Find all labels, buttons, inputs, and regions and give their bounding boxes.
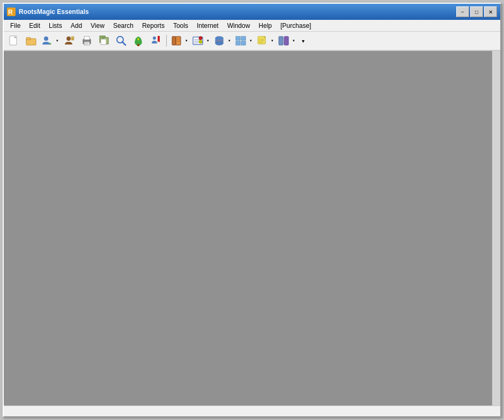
book-icon (171, 35, 182, 47)
notes-button[interactable] (255, 33, 269, 48)
menu-file[interactable]: File (6, 20, 25, 31)
minimize-button[interactable]: − (456, 6, 469, 17)
close-button[interactable]: ✕ (484, 6, 497, 17)
view-arrow[interactable]: ▾ (248, 33, 254, 48)
svg-rect-44 (241, 41, 246, 45)
scrollbar-right[interactable] (492, 51, 500, 406)
open-folder-icon (25, 35, 37, 47)
database-button[interactable] (212, 33, 226, 48)
svg-rect-26 (172, 36, 176, 45)
notes-button-group: ▾ (255, 33, 276, 48)
database-arrow[interactable]: ▾ (226, 33, 233, 48)
add-person-button-group: + ▾ (40, 33, 61, 48)
print-icon (81, 35, 93, 47)
svg-point-36 (199, 36, 202, 40)
svg-marker-25 (158, 36, 160, 42)
svg-text:+: + (49, 41, 51, 47)
scrapbook-icon (98, 35, 110, 47)
toolbar-customize-button[interactable]: ▾ (298, 33, 308, 48)
database-icon (213, 35, 225, 47)
svg-line-21 (122, 42, 125, 45)
svg-point-24 (153, 36, 156, 40)
svg-rect-41 (236, 36, 240, 40)
svg-point-40 (216, 40, 223, 42)
content-area (4, 51, 500, 406)
panels-icon (278, 35, 290, 47)
edit-person-button[interactable] (62, 33, 78, 48)
svg-rect-22 (137, 44, 139, 46)
menu-view[interactable]: View (86, 20, 109, 31)
print-button[interactable] (79, 33, 95, 48)
panels-arrow[interactable]: ▾ (291, 33, 297, 48)
svg-point-8 (66, 36, 71, 41)
bookmark-icon (150, 35, 161, 47)
svg-point-6 (44, 36, 48, 41)
separator-1 (166, 35, 167, 47)
notes-icon (256, 35, 268, 47)
new-file-icon (8, 35, 20, 47)
main-window: R RootsMagic Essentials − □ ✕ File Edit … (3, 3, 501, 417)
panels-button[interactable] (277, 33, 291, 48)
maximize-button[interactable]: □ (470, 6, 483, 17)
edit-person-icon (64, 35, 76, 47)
notes-arrow[interactable]: ▾ (269, 33, 276, 48)
add-person-icon: + (41, 35, 53, 47)
scrapbook-button[interactable] (96, 33, 112, 48)
book-button[interactable] (169, 33, 183, 48)
menu-purchase[interactable]: [Purchase] (276, 20, 315, 31)
menu-edit[interactable]: Edit (25, 20, 45, 31)
search-icon (115, 35, 127, 47)
menu-add[interactable]: Add (66, 20, 86, 31)
tree-icon (132, 35, 144, 47)
svg-rect-50 (279, 36, 283, 45)
add-person-button[interactable]: + (40, 33, 54, 48)
menu-lists[interactable]: Lists (45, 20, 66, 31)
svg-rect-5 (26, 38, 31, 40)
open-button[interactable] (23, 33, 39, 48)
app-icon: R (7, 8, 16, 16)
add-person-arrow[interactable]: ▾ (54, 33, 61, 48)
svg-rect-45 (258, 36, 265, 44)
menu-bar: File Edit Lists Add View Search Reports … (4, 20, 500, 32)
svg-point-39 (216, 42, 223, 45)
certificate-arrow[interactable]: ▾ (205, 33, 211, 48)
svg-rect-14 (84, 42, 90, 45)
title-bar: R RootsMagic Essentials − □ ✕ (4, 4, 500, 20)
tree-button[interactable] (130, 33, 146, 48)
menu-search[interactable]: Search (109, 20, 138, 31)
certificate-button-group: ▾ (191, 33, 211, 48)
certificate-icon (192, 35, 204, 47)
svg-rect-19 (101, 39, 106, 45)
svg-rect-27 (176, 36, 181, 45)
svg-rect-51 (284, 36, 288, 45)
search-button[interactable] (113, 33, 129, 48)
window-title: RootsMagic Essentials (19, 8, 89, 16)
menu-internet[interactable]: Internet (192, 20, 223, 31)
svg-text:R: R (8, 9, 13, 16)
toolbar: + ▾ (4, 32, 500, 51)
svg-rect-43 (236, 41, 240, 45)
book-button-group: ▾ (169, 33, 190, 48)
menu-window[interactable]: Window (223, 20, 255, 31)
title-bar-left: R RootsMagic Essentials (7, 8, 89, 16)
svg-point-35 (199, 40, 202, 43)
svg-rect-42 (241, 36, 246, 40)
title-bar-controls: − □ ✕ (456, 6, 497, 17)
book-arrow[interactable]: ▾ (183, 33, 190, 48)
status-bar (4, 406, 500, 416)
view-button[interactable] (234, 33, 248, 48)
bookmark-button[interactable] (147, 33, 164, 48)
panels-button-group: ▾ (277, 33, 297, 48)
new-button[interactable] (6, 33, 22, 48)
menu-help[interactable]: Help (254, 20, 276, 31)
menu-reports[interactable]: Reports (138, 20, 169, 31)
certificate-button[interactable] (191, 33, 205, 48)
menu-tools[interactable]: Tools (169, 20, 192, 31)
svg-rect-13 (84, 36, 90, 40)
view-button-group: ▾ (234, 33, 254, 48)
database-button-group: ▾ (212, 33, 233, 48)
view2-icon (235, 35, 247, 47)
